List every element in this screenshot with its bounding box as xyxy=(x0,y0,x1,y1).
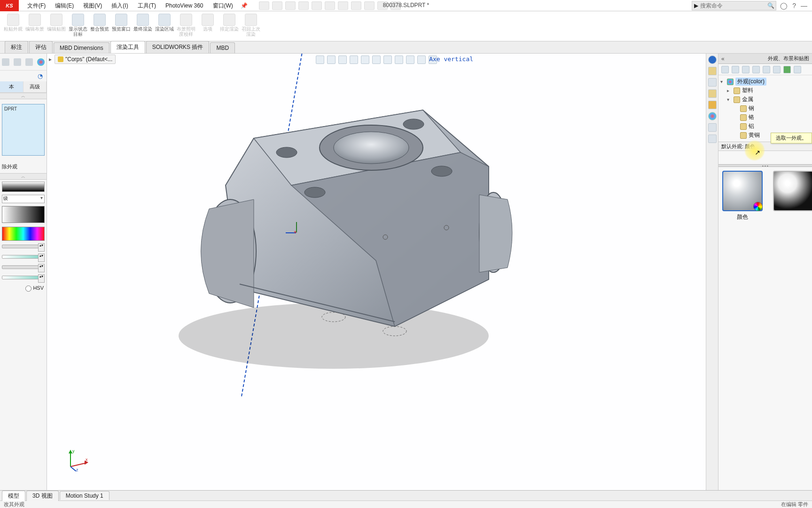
tab-motion-study[interactable]: Motion Study 1 xyxy=(60,491,109,500)
config-icon[interactable] xyxy=(14,58,21,66)
collapse-pane-icon[interactable]: « xyxy=(721,56,725,62)
view-orient-icon[interactable] xyxy=(361,56,369,64)
tree-item[interactable]: 钢 xyxy=(720,104,810,113)
tab-render-tools[interactable]: 渲染工具 xyxy=(110,41,145,53)
file-explorer-icon[interactable] xyxy=(708,89,717,98)
box-icon[interactable] xyxy=(763,66,770,73)
filter-advanced[interactable]: 高级 xyxy=(23,81,47,92)
menu-pin-icon[interactable]: 📌 xyxy=(241,2,248,9)
back-icon[interactable] xyxy=(721,66,729,73)
new-doc-icon[interactable] xyxy=(272,1,282,10)
tree-item[interactable]: ▾金属 xyxy=(720,95,810,104)
search-run-icon[interactable]: ▶ xyxy=(694,2,698,9)
zoom-area-icon[interactable] xyxy=(327,56,336,64)
slider-spin-icon[interactable]: ▴▾ xyxy=(38,264,45,272)
slider-spin-icon[interactable]: ▴▾ xyxy=(38,254,45,262)
search-input[interactable] xyxy=(700,2,766,9)
redo-icon[interactable] xyxy=(338,1,348,10)
rb-render-region[interactable]: 渲染区域 xyxy=(154,13,175,40)
sw-resources-icon[interactable] xyxy=(708,56,717,64)
menu-window[interactable]: 窗口(W) xyxy=(208,0,238,11)
gray-gradient[interactable] xyxy=(2,206,45,223)
filter-basic[interactable]: 本 xyxy=(0,81,23,92)
menu-tools[interactable]: 工具(T) xyxy=(133,0,161,11)
hsv-radio[interactable] xyxy=(25,286,31,292)
undo-icon[interactable] xyxy=(325,1,335,10)
scene-icon[interactable] xyxy=(406,56,414,64)
minimize-icon[interactable]: — xyxy=(801,2,807,9)
refresh-icon[interactable] xyxy=(783,66,791,73)
tab-mbd-dim[interactable]: MBD Dimensions xyxy=(54,42,109,53)
part-model[interactable] xyxy=(132,82,517,373)
open-icon[interactable] xyxy=(285,1,296,10)
menu-pv360[interactable]: PhotoView 360 xyxy=(161,0,208,11)
swatch-bw[interactable] xyxy=(773,171,812,211)
menu-edit[interactable]: 编辑(E) xyxy=(50,0,78,11)
rb-final-render[interactable]: 最终渲染 xyxy=(133,13,153,40)
custom-props-icon[interactable] xyxy=(708,123,717,132)
home-icon[interactable] xyxy=(259,1,269,10)
appearance-icon[interactable] xyxy=(395,56,403,64)
menu-view[interactable]: 视图(V) xyxy=(78,0,107,11)
slider-3[interactable]: ▴▾ xyxy=(2,265,45,272)
design-lib-icon[interactable] xyxy=(708,78,717,87)
tree-toggle-icon[interactable]: ▾ xyxy=(727,97,732,102)
collapse-bar[interactable]: ︿ xyxy=(0,93,47,99)
tree-toggle-icon[interactable]: ▾ xyxy=(720,79,725,84)
slider-4[interactable]: ▴▾ xyxy=(2,276,45,282)
rb-integrated-preview[interactable]: 整合预览 xyxy=(89,13,110,40)
rebuild-icon[interactable] xyxy=(364,1,375,10)
slider-spin-icon[interactable]: ▴▾ xyxy=(38,243,45,252)
remove-appearance[interactable]: 除外观 xyxy=(0,160,47,173)
dropdown-icon[interactable] xyxy=(742,66,750,73)
slider-spin-icon[interactable]: ▴▾ xyxy=(38,274,45,283)
breadcrumb-arrow-icon[interactable]: ▸ xyxy=(49,56,52,63)
section-icon[interactable] xyxy=(350,56,358,64)
select-icon[interactable] xyxy=(351,1,361,10)
tree-item[interactable]: 铝 xyxy=(720,122,810,131)
hsv-toggle[interactable]: HSV xyxy=(0,284,47,293)
tree-icon[interactable] xyxy=(752,66,760,73)
tab-evaluate[interactable]: 评估 xyxy=(29,41,53,53)
zoom-fit-icon[interactable] xyxy=(316,56,324,64)
tab-model[interactable]: 模型 xyxy=(2,491,25,501)
view-palette-icon[interactable] xyxy=(708,101,717,109)
tree-item[interactable]: ▾外观(color) xyxy=(720,77,810,86)
swatch-color[interactable]: 颜色 xyxy=(722,171,763,221)
home-tab-icon[interactable] xyxy=(708,67,717,75)
view-settings-icon[interactable] xyxy=(417,56,426,64)
rb-preview-window[interactable]: 预览窗口 xyxy=(111,13,132,40)
tree-toggle-icon[interactable]: ▸ xyxy=(727,88,732,93)
collapse-bar-2[interactable]: ︿ xyxy=(0,173,47,180)
slider-1[interactable]: ▴▾ xyxy=(2,245,45,251)
search-commands[interactable]: ▶ 🔍 xyxy=(692,1,776,10)
color-strip[interactable] xyxy=(2,182,45,192)
appearances-tab-icon[interactable] xyxy=(708,112,717,120)
user-icon[interactable]: ◯ xyxy=(780,2,788,9)
save-icon[interactable] xyxy=(298,1,309,10)
selection-thumb[interactable]: DPRT xyxy=(2,104,45,156)
menu-insert[interactable]: 插入(I) xyxy=(107,0,133,11)
tab-annotate[interactable]: 标注 xyxy=(5,41,28,53)
menu-file[interactable]: 文件(F) xyxy=(23,0,50,11)
print-icon[interactable] xyxy=(312,1,322,10)
prev-view-icon[interactable] xyxy=(338,56,347,64)
tree-item[interactable]: 铬 xyxy=(720,113,810,122)
viewport[interactable]: ▸ "Corps" (Défaut<... Axe vertical xyxy=(47,54,706,490)
rb-display-state[interactable]: 显示状态目标 xyxy=(68,13,88,40)
level-dropdown[interactable]: 级 xyxy=(2,195,45,203)
fwd-icon[interactable] xyxy=(732,66,739,73)
slider-2[interactable]: ▴▾ xyxy=(2,255,45,262)
hide-show-icon[interactable] xyxy=(383,56,392,64)
panel-help-icon[interactable]: ◔ xyxy=(0,71,47,81)
display-pane-icon[interactable] xyxy=(25,58,33,66)
tree-item[interactable]: ▸塑料 xyxy=(720,86,810,95)
feature-tree-icon[interactable] xyxy=(2,58,9,66)
tab-sw-addins[interactable]: SOLIDWORKS 插件 xyxy=(146,41,210,53)
hue-picker[interactable] xyxy=(2,227,45,241)
search-icon[interactable]: 🔍 xyxy=(767,2,774,9)
display-style-icon[interactable] xyxy=(372,56,381,64)
pin-icon[interactable] xyxy=(794,66,801,73)
folder-icon[interactable] xyxy=(773,66,781,73)
tab-mbd[interactable]: MBD xyxy=(210,42,235,53)
